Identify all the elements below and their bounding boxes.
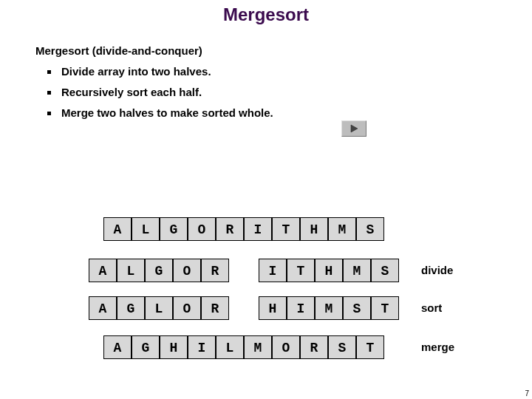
- letter-cell: M: [343, 259, 371, 282]
- letter-cell: L: [145, 296, 173, 320]
- subtitle: Mergesort (divide-and-conquer): [35, 44, 532, 57]
- play-button[interactable]: [341, 120, 366, 137]
- letter-cell: G: [160, 217, 188, 241]
- row-label: sort: [421, 296, 442, 320]
- letter-cell: S: [356, 217, 384, 241]
- bullet-item: Divide array into two halves.: [47, 61, 532, 82]
- letter-cell: S: [328, 335, 356, 359]
- letter-cell: M: [315, 296, 343, 320]
- letter-cell: I: [188, 335, 216, 359]
- letter-cell: M: [244, 335, 272, 359]
- letter-row: AGLORHIMSTsort: [0, 296, 532, 321]
- letter-cell: T: [287, 259, 315, 282]
- letter-row: ALGORITHMSdivide: [0, 259, 532, 284]
- letter-cell: R: [201, 296, 229, 320]
- letter-cell: T: [371, 296, 399, 320]
- page-title: Mergesort: [0, 0, 532, 25]
- letter-cell: A: [89, 296, 117, 320]
- letter-cell: T: [272, 217, 300, 241]
- letter-row: AGHILMORSTmerge: [0, 335, 532, 361]
- letter-cell: R: [201, 259, 229, 282]
- letter-cell: I: [259, 259, 287, 282]
- letter-cell: G: [117, 296, 145, 320]
- letter-cell: L: [117, 259, 145, 282]
- letter-cell: O: [173, 296, 201, 320]
- letter-cell: H: [315, 259, 343, 282]
- row-label: merge: [421, 335, 454, 359]
- letter-cell: S: [343, 296, 371, 320]
- letter-cell: R: [216, 217, 244, 241]
- letter-cell: O: [188, 217, 216, 241]
- letter-row: ALGORITHMS: [0, 217, 532, 242]
- bullet-list: Divide array into two halves. Recursivel…: [47, 61, 532, 123]
- letter-cell: H: [259, 296, 287, 320]
- letter-cell: H: [160, 335, 188, 359]
- row-label: divide: [421, 259, 453, 282]
- letter-cell: I: [287, 296, 315, 320]
- letter-cell: O: [272, 335, 300, 359]
- letter-cell: A: [103, 217, 132, 241]
- letter-cell: G: [145, 259, 173, 282]
- bullet-item: Merge two halves to make sorted whole.: [47, 103, 532, 123]
- page-number: 7: [525, 389, 529, 398]
- svg-marker-0: [351, 125, 358, 132]
- letter-cell: G: [132, 335, 160, 359]
- letter-cell: O: [173, 259, 201, 282]
- letter-cell: A: [103, 335, 132, 359]
- bullet-item: Recursively sort each half.: [47, 82, 532, 103]
- letter-cell: T: [356, 335, 384, 359]
- letter-cell: A: [89, 259, 117, 282]
- letter-cell: H: [300, 217, 328, 241]
- letter-cell: M: [328, 217, 356, 241]
- letter-cell: S: [371, 259, 399, 282]
- letter-cell: I: [244, 217, 272, 241]
- letter-cell: L: [216, 335, 244, 359]
- letter-cell: R: [300, 335, 328, 359]
- letter-cell: L: [132, 217, 160, 241]
- play-icon: [349, 124, 358, 133]
